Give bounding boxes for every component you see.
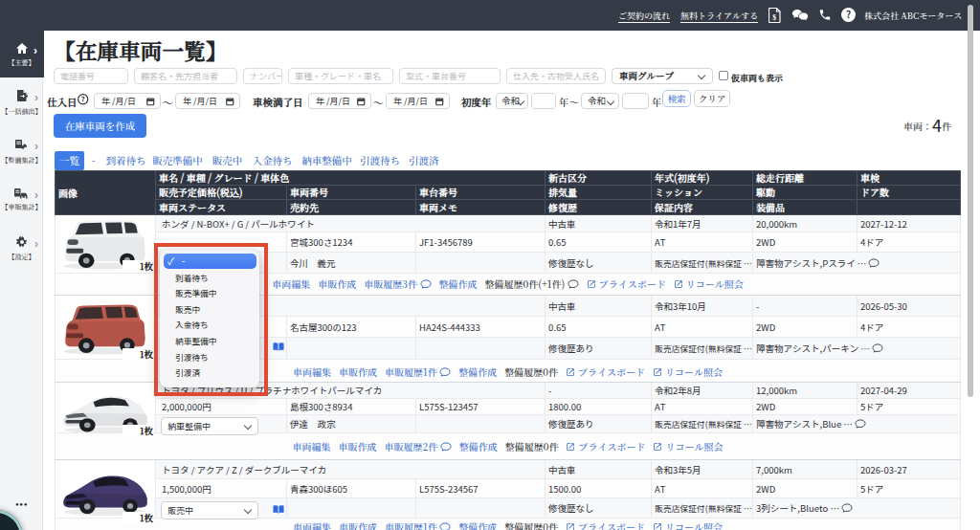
svg-text:$: $ xyxy=(772,11,776,22)
svg-text:?: ? xyxy=(846,8,851,21)
svg-text:?: ? xyxy=(81,94,85,103)
